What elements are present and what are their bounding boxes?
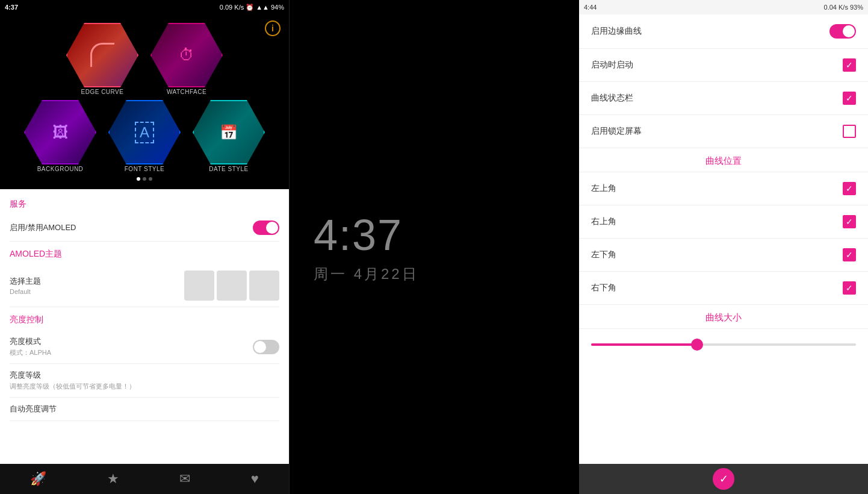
enable-edge-curve-toggle[interactable]	[829, 24, 856, 39]
curve-position-section: 曲线位置	[579, 148, 868, 172]
dot-1	[137, 177, 140, 181]
hex-label-font: FONT STYLE	[125, 166, 165, 172]
panel3-bottom: ✓	[579, 464, 868, 494]
panel1: 4:37 0.09 K/s ⏰ ▲▲ 94% i EDGE CURVE ⏱ WA…	[0, 0, 290, 494]
hex-row-1: EDGE CURVE ⏱ WATCHFACE	[63, 23, 226, 95]
hex-edge-curve[interactable]: EDGE CURVE	[63, 23, 141, 95]
status-time-3: 4:44	[584, 4, 597, 11]
hex-watchface[interactable]: ⏱ WATCHFACE	[147, 23, 226, 95]
info-button[interactable]: i	[265, 20, 281, 36]
curve-size-title: 曲线大小	[591, 312, 856, 324]
enable-lockscreen-label: 启用锁定屏幕	[591, 126, 642, 137]
date-icon: 📅	[220, 124, 238, 141]
hex-shape-edge-curve	[66, 23, 138, 87]
status-bar-3: 4:44 0.04 K/s 93%	[579, 0, 868, 14]
dot-3	[149, 177, 152, 181]
brightness-level-row: 亮度等级 调整亮度等级（较低值可节省更多电量！）	[10, 364, 279, 398]
brightness-level-sublabel: 调整亮度等级（较低值可节省更多电量！）	[10, 382, 135, 391]
top-right-row[interactable]: 右上角 ✓	[579, 205, 868, 239]
status-right-3: 0.04 K/s 93%	[824, 4, 863, 11]
status-speed-3: 0.04 K/s	[824, 4, 848, 11]
bottom-right-label: 右下角	[591, 283, 616, 293]
edge-curve-toggle-thumb	[843, 25, 855, 37]
top-right-checkbox[interactable]: ✓	[843, 215, 856, 228]
amoled-toggle-label: 启用/禁用AMOLED	[10, 222, 76, 233]
bottom-right-checkbox[interactable]: ✓	[843, 281, 856, 295]
hex-label-edge-curve: EDGE CURVE	[81, 89, 124, 95]
panel2-lockscreen: 4:37 周一 4月22日	[290, 0, 579, 494]
auto-brightness-label: 自动亮度调节	[10, 404, 57, 414]
hex-date-style[interactable]: 📅 DATE STYLE	[190, 100, 268, 172]
select-theme-label: 选择主题	[10, 276, 41, 287]
status-battery-3: 93%	[850, 4, 863, 11]
start-on-boot-label: 启动时启动	[591, 60, 633, 70]
status-alarm-icon: ⏰	[246, 4, 254, 11]
curve-statusbar-row[interactable]: 曲线状态栏 ✓	[579, 82, 868, 115]
nav-star-icon[interactable]: ★	[107, 471, 119, 487]
brightness-level-info: 亮度等级 调整亮度等级（较低值可节省更多电量！）	[10, 370, 135, 391]
dot-indicators	[137, 177, 152, 181]
nav-heart-icon[interactable]: ♥	[251, 471, 259, 487]
confirm-icon: ✓	[719, 472, 728, 486]
slider-track[interactable]	[591, 343, 856, 346]
top-left-checkbox[interactable]: ✓	[843, 182, 856, 195]
amoled-theme-title: AMOLED主题	[10, 249, 279, 260]
dot-2	[143, 177, 146, 181]
theme-thumb-2	[217, 270, 247, 301]
start-on-boot-row[interactable]: 启动时启动 ✓	[579, 49, 868, 82]
bottom-right-row[interactable]: 右下角 ✓	[579, 272, 868, 305]
amoled-toggle-thumb	[266, 222, 278, 234]
bottom-left-checkbox[interactable]: ✓	[843, 248, 856, 261]
panel3: 4:44 0.04 K/s 93% 启用边缘曲线 启动时启动 ✓ 曲线状态栏 ✓…	[579, 0, 868, 494]
top-left-label: 左上角	[591, 183, 616, 194]
select-theme-row[interactable]: 选择主题 Default	[10, 264, 279, 307]
curve-statusbar-checkbox[interactable]: ✓	[843, 92, 856, 105]
top-left-row[interactable]: 左上角 ✓	[579, 172, 868, 205]
brightness-mode-info: 亮度模式 模式：ALPHA	[10, 336, 51, 357]
curve-size-section: 曲线大小	[579, 305, 868, 329]
enable-edge-curve-row[interactable]: 启用边缘曲线	[579, 14, 868, 49]
service-section-title: 服务	[10, 199, 279, 210]
enable-edge-curve-label: 启用边缘曲线	[591, 26, 642, 37]
confirm-button[interactable]: ✓	[713, 468, 734, 490]
brightness-title: 亮度控制	[10, 314, 279, 325]
theme-preview	[184, 270, 279, 301]
status-right-1: 0.09 K/s ⏰ ▲▲ 94%	[220, 4, 284, 11]
background-icon: 🖼	[52, 123, 68, 142]
watchface-icon: ⏱	[179, 46, 194, 64]
hex-row-2: 🖼 BACKGROUND A FONT STYLE 📅 DATE STYLE	[21, 100, 268, 172]
curve-position-title: 曲线位置	[591, 155, 856, 167]
settings-panel: 服务 启用/禁用AMOLED AMOLED主题 选择主题 Default 亮度控…	[0, 189, 289, 464]
curve-size-slider-container	[579, 329, 868, 358]
amoled-toggle-row[interactable]: 启用/禁用AMOLED	[10, 214, 279, 242]
slider-thumb[interactable]	[691, 339, 703, 351]
amoled-toggle[interactable]	[253, 220, 279, 235]
enable-lockscreen-checkbox[interactable]: ✓	[843, 125, 856, 138]
status-time-1: 4:37	[5, 4, 18, 11]
lock-date: 周一 4月22日	[314, 264, 419, 284]
bottom-left-row[interactable]: 左下角 ✓	[579, 239, 868, 272]
brightness-toggle[interactable]	[253, 340, 279, 354]
auto-brightness-row[interactable]: 自动亮度调节	[10, 398, 279, 421]
hex-shape-font: A	[108, 100, 181, 164]
brightness-mode-row[interactable]: 亮度模式 模式：ALPHA	[10, 330, 279, 364]
brightness-mode-label: 亮度模式	[10, 336, 51, 347]
theme-thumb-3	[249, 270, 279, 301]
edge-curve-icon	[90, 43, 114, 67]
nav-rocket-icon[interactable]: 🚀	[30, 471, 46, 487]
hex-label-date: DATE STYLE	[209, 166, 248, 172]
hex-label-background: BACKGROUND	[37, 166, 84, 172]
status-bar-1: 4:37 0.09 K/s ⏰ ▲▲ 94%	[0, 0, 289, 14]
nav-mail-icon[interactable]: ✉	[179, 471, 190, 487]
hex-background[interactable]: 🖼 BACKGROUND	[21, 100, 99, 172]
slider-fill	[591, 343, 697, 346]
brightness-level-label: 亮度等级	[10, 370, 135, 381]
enable-lockscreen-row[interactable]: 启用锁定屏幕 ✓	[579, 115, 868, 148]
status-battery-1: 94%	[271, 4, 284, 11]
hex-label-watchface: WATCHFACE	[167, 89, 206, 95]
hex-shape-watchface: ⏱	[150, 23, 223, 87]
start-on-boot-checkbox[interactable]: ✓	[843, 58, 856, 72]
hex-font-style[interactable]: A FONT STYLE	[105, 100, 184, 172]
panel3-content: 启用边缘曲线 启动时启动 ✓ 曲线状态栏 ✓ 启用锁定屏幕 ✓ 曲线位置 左上角…	[579, 14, 868, 464]
current-theme: Default	[10, 288, 41, 295]
